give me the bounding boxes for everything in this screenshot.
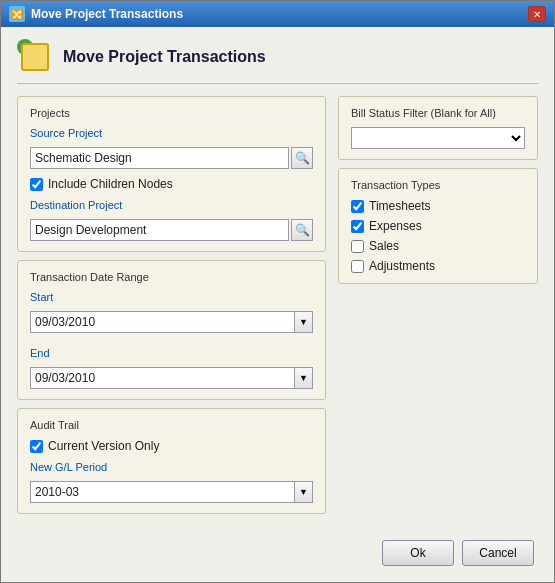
bill-status-label: Bill Status Filter (Blank for All) (351, 107, 525, 119)
audit-trail-section: Audit Trail Current Version Only New G/L… (17, 408, 326, 514)
header-icon: ↔ (17, 39, 53, 75)
start-dropdown-icon: ▼ (299, 317, 308, 327)
gl-dropdown-icon: ▼ (299, 487, 308, 497)
start-date-dropdown-button[interactable]: ▼ (295, 311, 313, 333)
type-row-timesheets: Timesheets (351, 199, 525, 213)
type-row-adjustments: Adjustments (351, 259, 525, 273)
source-project-input[interactable] (30, 147, 289, 169)
timesheets-label[interactable]: Timesheets (369, 199, 431, 213)
current-version-checkbox[interactable] (30, 440, 43, 453)
adjustments-label[interactable]: Adjustments (369, 259, 435, 273)
end-date-label: End (30, 347, 313, 359)
dialog-title: Move Project Transactions (63, 48, 266, 66)
end-date-input[interactable] (30, 367, 295, 389)
current-version-row: Current Version Only (30, 439, 313, 453)
include-children-label[interactable]: Include Children Nodes (48, 177, 173, 191)
close-button[interactable]: ✕ (528, 6, 546, 22)
expenses-label[interactable]: Expenses (369, 219, 422, 233)
start-date-group: Start ▼ (30, 291, 313, 333)
gl-period-input-wrap: ▼ (30, 481, 313, 503)
include-children-checkbox[interactable] (30, 178, 43, 191)
window-header: ↔ Move Project Transactions (17, 39, 538, 84)
type-row-expenses: Expenses (351, 219, 525, 233)
bill-status-section: Bill Status Filter (Blank for All) (338, 96, 538, 160)
type-row-sales: Sales (351, 239, 525, 253)
end-dropdown-icon: ▼ (299, 373, 308, 383)
current-version-label[interactable]: Current Version Only (48, 439, 159, 453)
end-date-dropdown-button[interactable]: ▼ (295, 367, 313, 389)
left-panel: Projects Source Project 🔍 Include Childr… (17, 96, 326, 524)
date-range-label: Transaction Date Range (30, 271, 313, 283)
dest-lookup-icon: 🔍 (295, 223, 310, 237)
source-project-lookup-button[interactable]: 🔍 (291, 147, 313, 169)
move-project-transactions-dialog: 🔀 Move Project Transactions ✕ ↔ Move Pro… (0, 0, 555, 583)
dest-project-input-row: 🔍 (30, 219, 313, 241)
cancel-button[interactable]: Cancel (462, 540, 534, 566)
lookup-icon: 🔍 (295, 151, 310, 165)
start-date-label: Start (30, 291, 313, 303)
end-date-group: End ▼ (30, 347, 313, 389)
include-children-row: Include Children Nodes (30, 177, 313, 191)
source-project-group: Source Project 🔍 Include Children Nodes (30, 127, 313, 191)
dest-project-lookup-button[interactable]: 🔍 (291, 219, 313, 241)
footer: Ok Cancel (17, 532, 538, 570)
bill-status-select-wrap (351, 127, 525, 149)
dest-project-input[interactable] (30, 219, 289, 241)
right-panel: Bill Status Filter (Blank for All) Trans… (338, 96, 538, 524)
gl-period-group: New G/L Period ▼ (30, 461, 313, 503)
transaction-types-section: Transaction Types Timesheets Expenses (338, 168, 538, 284)
date-range-fields: Start ▼ End (30, 291, 313, 389)
expenses-checkbox[interactable] (351, 220, 364, 233)
date-range-section: Transaction Date Range Start ▼ (17, 260, 326, 400)
adjustments-checkbox[interactable] (351, 260, 364, 273)
gl-period-dropdown-button[interactable]: ▼ (295, 481, 313, 503)
main-body: Projects Source Project 🔍 Include Childr… (17, 96, 538, 524)
title-bar-icon: 🔀 (9, 6, 25, 22)
end-date-input-wrap: ▼ (30, 367, 313, 389)
audit-trail-label: Audit Trail (30, 419, 313, 431)
timesheets-checkbox[interactable] (351, 200, 364, 213)
transaction-types-label: Transaction Types (351, 179, 525, 191)
gl-period-label: New G/L Period (30, 461, 313, 473)
main-icon (21, 43, 49, 71)
start-date-input[interactable] (30, 311, 295, 333)
source-project-input-row: 🔍 (30, 147, 313, 169)
source-project-label: Source Project (30, 127, 313, 139)
bill-status-select[interactable] (351, 127, 525, 149)
title-bar-content: 🔀 Move Project Transactions (9, 6, 183, 22)
dest-project-group: Destination Project 🔍 (30, 199, 313, 241)
gl-period-input[interactable] (30, 481, 295, 503)
ok-button[interactable]: Ok (382, 540, 454, 566)
projects-section-label: Projects (30, 107, 313, 119)
title-bar-label: Move Project Transactions (31, 7, 183, 21)
sales-checkbox[interactable] (351, 240, 364, 253)
projects-section: Projects Source Project 🔍 Include Childr… (17, 96, 326, 252)
dest-project-label: Destination Project (30, 199, 313, 211)
window-content: ↔ Move Project Transactions Projects Sou… (1, 27, 554, 582)
transaction-types-list: Timesheets Expenses Sales Adjust (351, 199, 525, 273)
sales-label[interactable]: Sales (369, 239, 399, 253)
start-date-input-wrap: ▼ (30, 311, 313, 333)
title-bar: 🔀 Move Project Transactions ✕ (1, 1, 554, 27)
